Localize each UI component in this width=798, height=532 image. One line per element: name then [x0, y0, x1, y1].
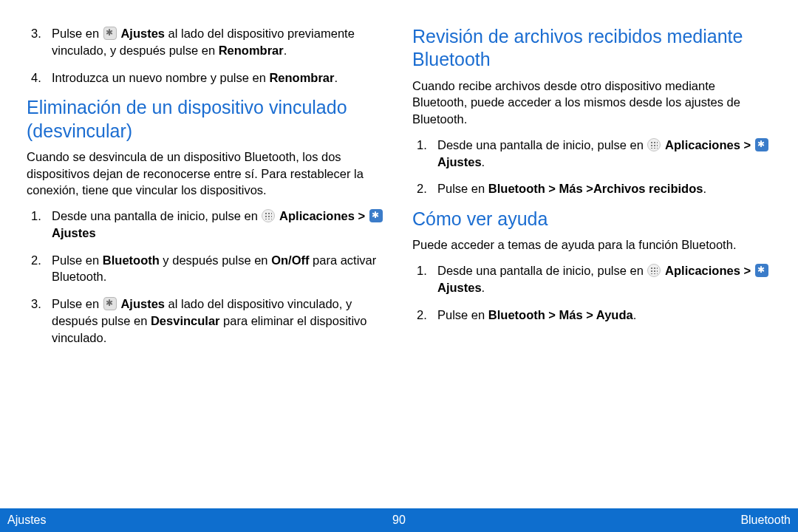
text: Desde una pantalla de inicio, pulse en	[437, 264, 647, 277]
text: .	[334, 71, 338, 84]
gear-icon	[103, 297, 117, 310]
text: .	[482, 155, 485, 168]
bold-text: Desvincular	[151, 314, 220, 327]
numbered-list: Desde una pantalla de inicio, pulse en A…	[27, 208, 386, 346]
text: Pulse en	[52, 27, 103, 40]
paragraph: Cuando recibe archivos desde otro dispos…	[412, 78, 771, 128]
bold-text: Bluetooth > Más > Ayuda	[488, 308, 633, 321]
apps-icon	[647, 264, 661, 277]
bold-text: Aplicaciones >	[279, 209, 369, 222]
step-3: Pulse en Ajustes al lado del dispositivo…	[27, 296, 386, 346]
numbered-list: Desde una pantalla de inicio, pulse en A…	[412, 262, 771, 323]
bold-text: Ajustes	[437, 155, 482, 168]
text: Desde una pantalla de inicio, pulse en	[437, 138, 647, 151]
manual-page: Pulse en Ajustes al lado del dispositivo…	[0, 0, 798, 532]
bold-text: Aplicaciones >	[665, 138, 754, 151]
section-heading: Eliminación de un dispositivo vinculado …	[27, 96, 386, 143]
footer-section-label: Ajustes	[7, 514, 46, 527]
text: y después pulse en	[160, 253, 271, 267]
numbered-list: Desde una pantalla de inicio, pulse en A…	[412, 137, 771, 197]
bold-text: Aplicaciones >	[665, 264, 754, 277]
step-2: Pulse en Bluetooth > Más > Ayuda.	[412, 307, 771, 324]
text: Pulse en	[437, 308, 488, 321]
left-column: Pulse en Ajustes al lado del dispositivo…	[21, 25, 392, 501]
content-columns: Pulse en Ajustes al lado del dispositivo…	[0, 0, 798, 508]
text: Introduzca un nuevo nombre y pulse en	[52, 71, 269, 84]
bold-text: Ajustes	[437, 281, 482, 294]
step-3: Pulse en Ajustes al lado del dispositivo…	[27, 25, 386, 59]
step-1: Desde una pantalla de inicio, pulse en A…	[412, 137, 771, 171]
footer-topic-label: Bluetooth	[740, 514, 791, 527]
bold-text: Ajustes	[52, 226, 96, 239]
step-1: Desde una pantalla de inicio, pulse en A…	[412, 262, 771, 296]
step-4: Introduzca un nuevo nombre y pulse en Re…	[27, 69, 386, 86]
text: Desde una pantalla de inicio, pulse en	[52, 209, 261, 222]
apps-icon	[262, 209, 275, 222]
step-1: Desde una pantalla de inicio, pulse en A…	[27, 208, 386, 242]
page-number: 90	[0, 514, 798, 527]
text: .	[703, 182, 706, 195]
gear-icon	[755, 138, 768, 151]
text: .	[482, 281, 485, 294]
step-2: Pulse en Bluetooth > Más >Archivos recib…	[412, 180, 771, 197]
right-column: Revisión de archivos recibidos mediante …	[406, 25, 777, 501]
paragraph: Puede acceder a temas de ayuda para la f…	[412, 236, 771, 253]
paragraph: Cuando se desvincula de un dispositivo B…	[27, 149, 386, 199]
bold-text: Ajustes	[120, 27, 165, 40]
step-2: Pulse en Bluetooth y después pulse en On…	[27, 252, 386, 286]
page-footer: Ajustes 90 Bluetooth	[0, 508, 798, 532]
apps-icon	[647, 138, 661, 151]
numbered-list-continuation: Pulse en Ajustes al lado del dispositivo…	[27, 25, 386, 86]
bold-text: Renombrar	[269, 71, 334, 84]
text: Pulse en	[437, 182, 488, 195]
section-heading: Cómo ver ayuda	[412, 208, 771, 231]
text: .	[633, 308, 637, 321]
text: Pulse en	[52, 297, 103, 310]
gear-icon	[369, 209, 383, 222]
bold-text: Ajustes	[120, 297, 165, 310]
bold-text: Bluetooth	[103, 253, 160, 267]
bold-text: Renombrar	[219, 44, 284, 57]
gear-icon	[103, 27, 117, 40]
text: Pulse en	[52, 253, 103, 267]
gear-icon	[755, 264, 768, 277]
bold-text: On/Off	[271, 253, 309, 267]
bold-text: Bluetooth > Más >Archivos recibidos	[488, 182, 703, 195]
text: .	[284, 44, 287, 57]
section-heading: Revisión de archivos recibidos mediante …	[412, 25, 771, 72]
